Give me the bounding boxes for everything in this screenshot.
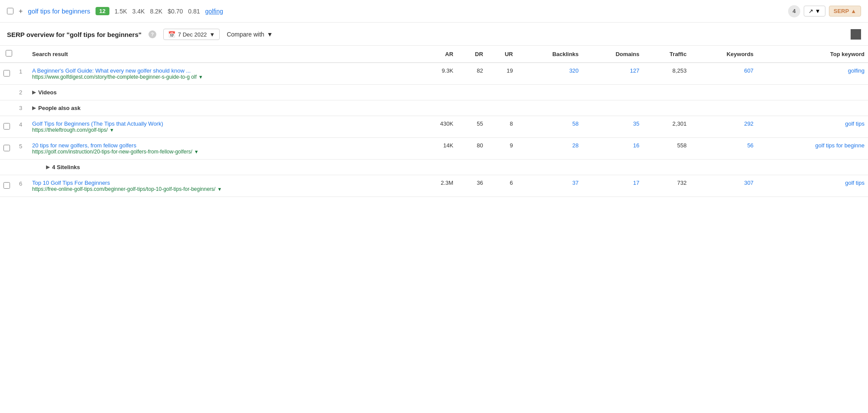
row-backlinks[interactable]: 28 (516, 138, 582, 160)
row-backlinks[interactable]: 58 (516, 116, 582, 138)
stat-cpc2: $0.70 (168, 8, 183, 15)
result-title-link[interactable]: Golf Tips for Beginners (The Tips that A… (32, 120, 413, 127)
row-traffic: 732 (643, 175, 690, 197)
rank-badge: 12 (96, 7, 109, 15)
row-checkbox-cell[interactable] (0, 63, 16, 85)
result-title-link[interactable]: 20 tips for new golfers, from fellow gol… (32, 142, 413, 149)
url-dropdown-arrow[interactable]: ▼ (198, 74, 203, 80)
row-checkbox[interactable] (3, 145, 10, 151)
row-result-cell: 20 tips for new golfers, from fellow gol… (29, 138, 417, 160)
help-icon[interactable]: ? (149, 30, 156, 38)
result-title-link[interactable]: A Beginner's Golf Guide: What every new … (32, 67, 413, 74)
add-icon[interactable]: + (19, 7, 23, 15)
row-top-keyword[interactable]: golf tips (757, 175, 868, 197)
row-checkbox[interactable] (3, 123, 10, 130)
row-result-cell: Top 10 Golf Tips For Beginners https://f… (29, 175, 417, 197)
row-dr: 82 (457, 63, 487, 85)
expandable-num: 3 (16, 100, 29, 116)
table-row: 6 Top 10 Golf Tips For Beginners https:/… (0, 175, 868, 197)
sitelinks-label[interactable]: ▶ 4 Sitelinks (46, 164, 865, 170)
row-num: 5 (16, 138, 29, 160)
header-traffic: Traffic (643, 46, 690, 63)
row-num: 4 (16, 116, 29, 138)
row-top-keyword[interactable]: golf tips for beginne (757, 138, 868, 160)
select-all-checkbox[interactable] (6, 50, 12, 57)
row-domains[interactable]: 16 (582, 138, 643, 160)
compare-with-button[interactable]: Compare with ▼ (227, 31, 273, 38)
row-traffic: 2,301 (643, 116, 690, 138)
row-backlinks[interactable]: 37 (516, 175, 582, 197)
trend-icon: ↗ (809, 8, 813, 14)
row-dr: 36 (457, 175, 487, 197)
row-backlinks[interactable]: 320 (516, 63, 582, 85)
result-url-link[interactable]: https://theleftrough.com/golf-tips/ (32, 127, 108, 133)
row-keywords[interactable]: 307 (690, 175, 757, 197)
stat-cpc: 8.2K (150, 8, 162, 15)
expandable-num: 2 (16, 85, 29, 100)
row-result-cell: Golf Tips for Beginners (The Tips that A… (29, 116, 417, 138)
export-button[interactable] (851, 29, 861, 40)
serp-arrow: ▲ (851, 8, 856, 14)
sitelinks-row: ▶ 4 Sitelinks (0, 160, 868, 175)
row-dr: 80 (457, 138, 487, 160)
header-top-keyword: Top keyword (757, 46, 868, 63)
topic-link[interactable]: golfing (205, 8, 223, 15)
header-search-result: Search result (29, 46, 417, 63)
stat-kd: 3.4K (132, 8, 145, 15)
row-checkbox-cell[interactable] (0, 175, 16, 197)
row-keywords[interactable]: 292 (690, 116, 757, 138)
row-domains[interactable]: 127 (582, 63, 643, 85)
compare-label: Compare with (227, 31, 264, 38)
serp-label: SERP (834, 8, 849, 14)
result-url-link[interactable]: https://golf.com/instruction/20-tips-for… (32, 149, 192, 155)
row-domains[interactable]: 17 (582, 175, 643, 197)
row-dr: 55 (457, 116, 487, 138)
top-bar-checkbox[interactable] (7, 8, 13, 14)
row-top-keyword[interactable]: golf tips (757, 116, 868, 138)
row-checkbox-cell[interactable] (0, 138, 16, 160)
date-picker[interactable]: 📅 7 Dec 2022 ▼ (163, 29, 220, 40)
serp-overview-title: SERP overview for "golf tips for beginne… (7, 31, 142, 38)
sitelinks-cell: ▶ 4 Sitelinks (29, 160, 868, 175)
subtitle-bar: SERP overview for "golf tips for beginne… (0, 23, 868, 46)
keyword-link[interactable]: golf tips for beginners (28, 7, 90, 15)
header-domains: Domains (582, 46, 643, 63)
selected-date: 7 Dec 2022 (178, 31, 207, 38)
result-url-link[interactable]: https://www.golfdigest.com/story/the-com… (32, 74, 197, 80)
table-row: 5 20 tips for new golfers, from fellow g… (0, 138, 868, 160)
header-num-col (16, 46, 29, 63)
header-checkbox-col (0, 46, 16, 63)
url-dropdown-arrow[interactable]: ▼ (194, 149, 199, 154)
row-checkbox[interactable] (3, 182, 10, 189)
expand-text: People also ask (38, 105, 81, 111)
expandable-empty-check (0, 85, 16, 100)
serp-button[interactable]: SERP ▲ (829, 6, 861, 17)
row-ar: 2.3M (417, 175, 457, 197)
header-dr: DR (457, 46, 487, 63)
stat-vol: 1.5K (115, 8, 127, 15)
calendar-icon: 📅 (168, 31, 175, 38)
expand-label[interactable]: ▶ Videos (32, 89, 865, 96)
row-checkbox-cell[interactable] (0, 116, 16, 138)
url-dropdown-arrow[interactable]: ▼ (109, 127, 114, 133)
table-row: 4 Golf Tips for Beginners (The Tips that… (0, 116, 868, 138)
row-ur: 8 (487, 116, 517, 138)
sitelinks-text: 4 Sitelinks (52, 164, 80, 170)
row-keywords[interactable]: 56 (690, 138, 757, 160)
chart-arrow: ▼ (815, 8, 821, 14)
result-url-link[interactable]: https://free-online-golf-tips.com/beginn… (32, 186, 215, 192)
stat-cpc3: 0.81 (188, 8, 200, 15)
top-bar: + golf tips for beginners 12 1.5K 3.4K 8… (0, 0, 868, 23)
header-ar: AR (417, 46, 457, 63)
row-keywords[interactable]: 607 (690, 63, 757, 85)
compare-arrow: ▼ (267, 31, 273, 38)
sitelinks-empty2 (16, 160, 29, 175)
expand-label[interactable]: ▶ People also ask (32, 105, 865, 111)
chart-button[interactable]: ↗ ▼ (804, 6, 825, 17)
row-top-keyword[interactable]: golfing (757, 63, 868, 85)
row-checkbox[interactable] (3, 70, 10, 77)
result-title-link[interactable]: Top 10 Golf Tips For Beginners (32, 180, 413, 186)
row-result-cell: A Beginner's Golf Guide: What every new … (29, 63, 417, 85)
row-domains[interactable]: 35 (582, 116, 643, 138)
url-dropdown-arrow[interactable]: ▼ (217, 187, 222, 192)
